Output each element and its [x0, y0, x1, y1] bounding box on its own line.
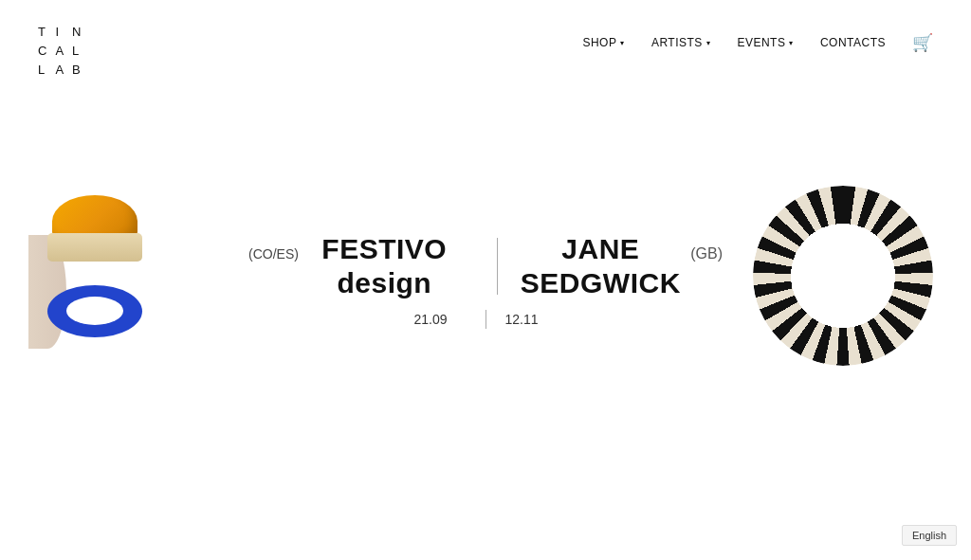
nav-contacts-label: CONTACTS — [820, 36, 886, 49]
right-exhibit-date: 12.11 — [505, 312, 648, 327]
right-exhibit-name: JANE SEDGWICK — [516, 232, 685, 300]
nav-artists-label: ARTISTS — [651, 36, 703, 49]
right-ring-image — [753, 186, 943, 375]
vertical-divider — [497, 238, 498, 295]
left-exhibit-name-row: (CO/ES) FESTIVO design — [248, 232, 459, 300]
date-divider — [486, 310, 486, 329]
right-exhibit-country: (GB) — [690, 245, 723, 262]
brushy-ring-visual — [753, 186, 933, 366]
nav-artists-arrow: ▾ — [706, 39, 711, 47]
logo-l2: L — [38, 62, 47, 79]
nav-events-label: EVENTS — [737, 36, 785, 49]
main-nav: SHOP ▾ ARTISTS ▾ EVENTS ▾ CONTACTS 🛒 — [582, 19, 933, 53]
dates-row: 21.09 12.11 — [248, 310, 723, 329]
nav-shop-label: SHOP — [582, 36, 616, 49]
logo-l1: L — [72, 43, 82, 60]
logo-n: N — [72, 24, 82, 41]
right-exhibit-name-row: JANE SEDGWICK (GB) — [516, 232, 723, 300]
logo-b: B — [72, 62, 82, 79]
left-exhibit: (CO/ES) FESTIVO design — [248, 232, 478, 300]
language-selector[interactable]: English — [902, 525, 957, 546]
nav-shop-arrow: ▾ — [620, 39, 625, 47]
ring-band-cream — [47, 233, 142, 262]
nav-contacts[interactable]: CONTACTS — [820, 36, 886, 49]
exhibition-names: (CO/ES) FESTIVO design JANE SEDGWICK (GB… — [248, 232, 723, 300]
left-ring-image — [28, 176, 199, 385]
nav-events-arrow: ▾ — [789, 39, 794, 47]
left-exhibit-name: FESTIVO design — [310, 232, 459, 300]
ring-visual-left — [28, 176, 180, 366]
brushy-donut — [753, 186, 933, 366]
logo-i: I — [55, 24, 64, 41]
left-date-value: 21.09 — [413, 312, 447, 327]
language-label: English — [912, 530, 946, 541]
left-exhibit-country: (CO/ES) — [248, 246, 299, 262]
logo[interactable]: T I N C A L L A B — [38, 24, 82, 80]
logo-a2: A — [55, 62, 64, 79]
logo-c: C — [38, 43, 47, 60]
header: T I N C A L L A B SHOP ▾ ARTISTS ▾ EVENT… — [0, 0, 971, 99]
left-exhibit-date: 21.09 — [324, 312, 467, 327]
nav-events[interactable]: EVENTS ▾ — [737, 36, 794, 49]
ring-inner — [66, 297, 123, 325]
cart-icon[interactable]: 🛒 — [912, 32, 933, 53]
nav-artists[interactable]: ARTISTS ▾ — [651, 36, 710, 49]
exhibition-info: (CO/ES) FESTIVO design JANE SEDGWICK (GB… — [248, 232, 723, 329]
ring-base-blue — [47, 285, 142, 337]
logo-a: A — [55, 43, 64, 60]
nav-shop[interactable]: SHOP ▾ — [582, 36, 625, 49]
logo-t: T — [38, 24, 47, 41]
right-date-value: 12.11 — [505, 312, 539, 327]
right-exhibit: JANE SEDGWICK (GB) — [516, 232, 723, 300]
